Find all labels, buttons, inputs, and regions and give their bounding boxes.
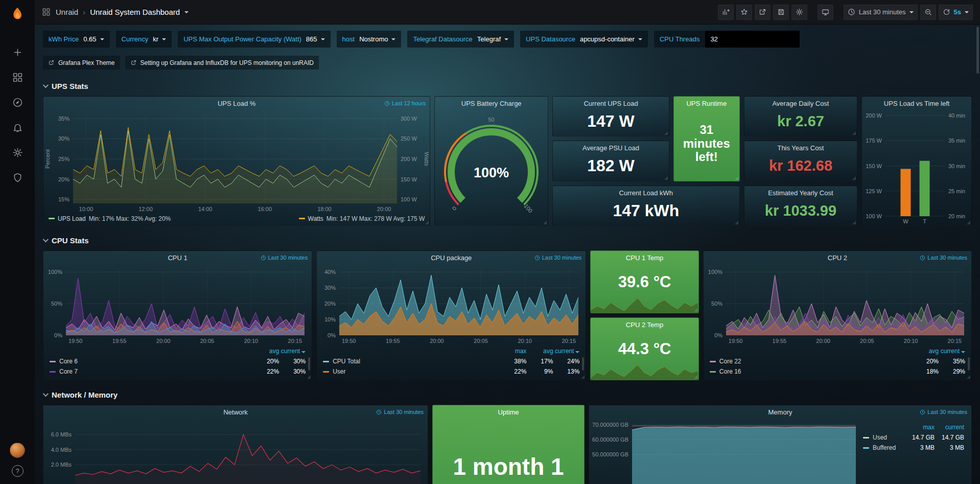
svg-text:20%: 20%: [58, 176, 69, 182]
variable-value-dropdown[interactable]: apcupsd-container: [580, 35, 642, 43]
ups-load-vs-time-chart[interactable]: 200 W40 min175 W35 min150 W30 min125 W25…: [862, 110, 971, 225]
cycle-view-button[interactable]: [818, 5, 833, 20]
cpu-package-chart[interactable]: 40%30%20%10%0%19:5019:5520:0020:0520:102…: [317, 265, 586, 346]
time-range-picker[interactable]: Last 30 minutes: [844, 5, 918, 20]
alerting-button[interactable]: [0, 115, 35, 140]
legend-header-avg[interactable]: avg: [252, 348, 279, 355]
save-button[interactable]: [773, 5, 789, 20]
zoom-out-button[interactable]: [920, 5, 936, 20]
legend-header-current[interactable]: current: [939, 348, 965, 355]
svg-text:20:00: 20:00: [377, 206, 391, 212]
panel-title[interactable]: This Years Cost: [777, 144, 824, 152]
svg-text:20:05: 20:05: [860, 338, 874, 344]
legend-header-max[interactable]: max: [500, 348, 526, 355]
svg-text:175 W: 175 W: [866, 137, 882, 144]
server-admin-button[interactable]: [0, 165, 35, 190]
panel-time-override: Last 30 minutes: [261, 255, 308, 261]
variable-value-dropdown[interactable]: 0.65: [83, 35, 104, 43]
legend-series-name[interactable]: Buffered: [863, 444, 905, 451]
panel-cpu-1-temp: CPU 1 Temp 39.6 °C: [590, 250, 698, 313]
chevron-down-icon[interactable]: [184, 11, 189, 13]
link-grafana-plex-theme[interactable]: Grafana Plex Theme: [43, 56, 120, 70]
panel-title[interactable]: Average PSU Load: [582, 144, 639, 152]
chevron-down-icon: [162, 38, 166, 40]
variable-value-dropdown[interactable]: Telegraf: [477, 35, 508, 43]
panel-cpu-2: CPU 2 Last 30 minutes 100%50%0%19:5019:5…: [703, 250, 972, 380]
section-header-cpu-stats[interactable]: CPU Stats: [43, 234, 972, 246]
panel-title[interactable]: UPS Load vs Time left: [884, 100, 950, 107]
legend-header-current[interactable]: current: [935, 424, 964, 431]
chevron-down-icon[interactable]: [965, 11, 969, 13]
sidebar-bottom: [10, 443, 25, 477]
legend-series-name[interactable]: Core 16: [710, 368, 912, 375]
section-header-ups-stats[interactable]: UPS Stats: [43, 80, 972, 92]
scrollbar[interactable]: [976, 27, 979, 74]
cpu-threads-input[interactable]: [705, 31, 800, 48]
link-ups-monitoring-guide[interactable]: Setting up Grafana and InfluxDB for UPS …: [125, 56, 319, 70]
legend-header-current[interactable]: current: [553, 348, 579, 355]
network-chart[interactable]: 6.0 MBs4.0 MBs2.0 MBs: [43, 419, 428, 484]
legend-series-name[interactable]: User: [323, 368, 500, 375]
grafana-logo[interactable]: [6, 4, 29, 27]
configuration-button[interactable]: [0, 140, 35, 165]
dashboards-button[interactable]: [0, 65, 35, 90]
panel-title[interactable]: CPU 1 Temp: [626, 254, 663, 262]
ups-stat-grid: Current UPS Load 147 W UPS Runtime 31 mi…: [552, 96, 740, 226]
favorite-button[interactable]: [736, 5, 752, 20]
legend-series-name[interactable]: Core 7: [50, 368, 252, 375]
variable-value-dropdown[interactable]: 865: [306, 35, 325, 43]
panel-title[interactable]: Average Daily Cost: [772, 100, 829, 107]
legend-header-avg[interactable]: avg: [912, 348, 939, 355]
refresh-button[interactable]: 5s: [939, 5, 973, 20]
ups-load-chart[interactable]: 35%300 W30%250 W25%200 W20%150 W15%100 W…: [43, 110, 430, 214]
memory-chart[interactable]: 70.000000 GB60.000000 GB50.000000 GB: [589, 419, 863, 484]
panel-title[interactable]: UPS Runtime: [686, 100, 727, 107]
create-button[interactable]: [0, 40, 35, 65]
panel-title[interactable]: Current Load kWh: [619, 189, 673, 197]
legend-series-name[interactable]: Used: [863, 434, 905, 441]
legend-header-avg[interactable]: avg: [526, 348, 553, 355]
share-button[interactable]: [755, 5, 771, 20]
battery-gauge[interactable]: 050100100%: [435, 110, 548, 225]
cpu-2-chart[interactable]: 100%50%0%19:5019:5520:0020:0520:1020:15: [704, 265, 971, 346]
refresh-interval-label[interactable]: 5s: [954, 8, 961, 16]
variable-value-dropdown[interactable]: kr: [153, 35, 166, 43]
legend-series-name[interactable]: CPU Total: [323, 358, 500, 365]
legend-series-name[interactable]: UPS Load: [58, 215, 86, 222]
legend-series-name[interactable]: Watts: [308, 215, 323, 222]
panel-title[interactable]: Current UPS Load: [584, 100, 638, 107]
legend-series-name[interactable]: Core 6: [50, 358, 252, 365]
profile-avatar[interactable]: [10, 443, 25, 458]
panel-title[interactable]: UPS Load %: [218, 100, 255, 107]
add-panel-button[interactable]: [718, 5, 734, 20]
panel-title[interactable]: Network: [223, 408, 248, 416]
variable-value-dropdown[interactable]: Nostromo: [359, 35, 395, 43]
section-header-network-memory[interactable]: Network / Memory: [43, 388, 972, 401]
legend-swatch: [710, 361, 716, 362]
legend-row: CPU Total38%17%24%: [323, 356, 579, 366]
panel-time-override: Last 30 minutes: [920, 409, 967, 415]
cpu-2-temp-sparkline: [591, 362, 698, 380]
breadcrumb-app[interactable]: Unraid: [56, 8, 78, 16]
svg-text:19:50: 19:50: [729, 338, 743, 344]
panel-title[interactable]: CPU 2: [828, 254, 847, 262]
svg-text:0%: 0%: [714, 332, 722, 338]
legend-header-current[interactable]: current: [279, 348, 306, 355]
cpu-1-chart[interactable]: 100%50%0%19:5019:5520:0020:0520:1020:15: [43, 265, 312, 346]
panel-title[interactable]: Memory: [768, 408, 792, 416]
panel-title[interactable]: CPU package: [431, 254, 472, 262]
panel-title[interactable]: Estimated Yearly Cost: [768, 189, 833, 197]
dashboard-title[interactable]: Unraid System Dashboard: [90, 8, 180, 16]
legend-series-name[interactable]: Core 22: [710, 358, 912, 365]
help-button[interactable]: [12, 465, 24, 477]
variable-host: host Nostromo: [337, 31, 402, 48]
dashboard-settings-button[interactable]: [791, 5, 807, 20]
panel-title[interactable]: CPU 2 Temp: [626, 321, 663, 329]
section-title: CPU Stats: [52, 236, 89, 245]
stat-value: 147 kWh: [553, 200, 739, 225]
panel-title[interactable]: CPU 1: [168, 254, 187, 262]
panel-title[interactable]: UPS Battery Charge: [461, 100, 522, 107]
explore-button[interactable]: [0, 90, 35, 115]
legend-header-max[interactable]: max: [905, 424, 935, 431]
panel-title[interactable]: Uptime: [498, 408, 519, 416]
